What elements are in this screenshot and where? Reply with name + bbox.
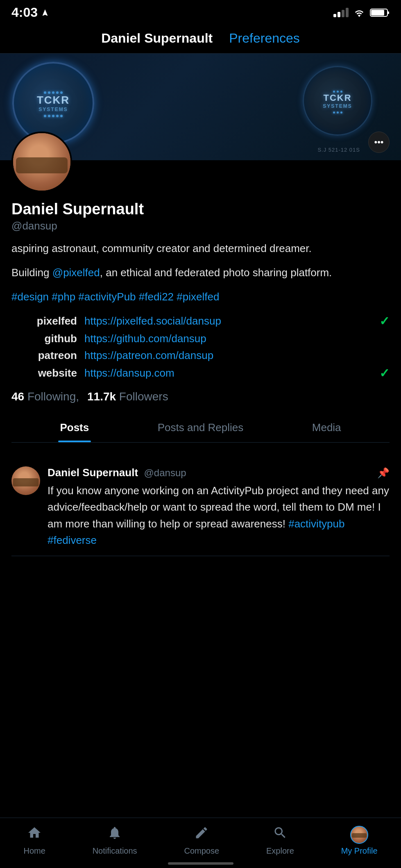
nav-compose[interactable]: Compose	[184, 825, 219, 856]
profile-name: Daniel Supernault	[11, 200, 144, 218]
notifications-icon	[107, 825, 122, 844]
nav-avatar	[350, 826, 368, 844]
my-profile-label: My Profile	[341, 846, 378, 856]
following-label: Following,	[27, 390, 79, 403]
avatar-container	[11, 132, 72, 192]
profile-name-row: Daniel Supernault @dansup	[11, 200, 390, 232]
post-author[interactable]: Daniel Supernault	[48, 466, 138, 479]
verified-check-pixelfed: ✓	[379, 314, 390, 328]
home-label: Home	[23, 846, 45, 856]
bottom-nav: Home Notifications Compose Explore My Pr…	[0, 818, 401, 868]
profile-links: pixelfed https://pixelfed.social/dansup …	[11, 314, 390, 380]
table-row: Daniel Supernault @dansup 📌 If you know …	[11, 459, 390, 556]
battery-icon	[370, 8, 390, 18]
followers-label: Followers	[119, 390, 168, 403]
profile-building: Building @pixelfed, an ethical and feder…	[11, 265, 390, 281]
profile-tabs: Posts Posts and Replies Media	[11, 413, 390, 443]
followers-count[interactable]: 11.7k	[87, 390, 116, 403]
verified-check-website: ✓	[379, 366, 390, 380]
following-count[interactable]: 46	[11, 390, 24, 403]
post-content: Daniel Supernault @dansup 📌 If you know …	[48, 466, 390, 548]
status-time: 4:03	[11, 5, 49, 20]
profile-section: Daniel Supernault @dansup aspiring astro…	[0, 160, 401, 451]
profile-page-title: Daniel Supernault	[101, 31, 213, 46]
tckr-badge-right: TCKR SYSTEMS	[303, 66, 376, 140]
status-bar: 4:03	[0, 0, 401, 23]
explore-label: Explore	[266, 846, 294, 856]
tab-posts[interactable]: Posts	[11, 413, 138, 442]
link-website: website https://dansup.com ✓	[11, 366, 390, 380]
notifications-label: Notifications	[93, 846, 137, 856]
link-github: github https://github.com/dansup	[11, 332, 390, 345]
link-pixelfed: pixelfed https://pixelfed.social/dansup …	[11, 314, 390, 328]
home-indicator	[168, 862, 233, 865]
profile-handle: @dansup	[11, 220, 144, 232]
post-avatar[interactable]	[11, 466, 40, 495]
link-patreon: patreon https://patreon.com/dansup	[11, 349, 390, 362]
pin-icon: 📌	[377, 467, 390, 479]
top-nav: Daniel Supernault Preferences	[0, 23, 401, 54]
home-icon	[27, 825, 42, 844]
svg-rect-2	[371, 10, 384, 16]
post-text: If you know anyone working on an Activit…	[48, 482, 390, 548]
compose-icon	[194, 825, 209, 844]
website-url[interactable]: https://dansup.com	[84, 367, 373, 379]
signal-icon	[333, 8, 349, 17]
nav-explore[interactable]: Explore	[266, 825, 294, 856]
patreon-url[interactable]: https://patreon.com/dansup	[84, 349, 390, 362]
tab-posts-replies[interactable]: Posts and Replies	[138, 413, 264, 442]
preferences-button[interactable]: Preferences	[229, 31, 300, 46]
more-options-button[interactable]: •••	[368, 132, 390, 153]
banner-serial: S.J 521-12 01S	[317, 147, 360, 153]
pixelfed-url[interactable]: https://pixelfed.social/dansup	[84, 315, 373, 327]
nav-my-profile[interactable]: My Profile	[341, 826, 378, 856]
avatar[interactable]	[11, 132, 72, 192]
nav-home[interactable]: Home	[23, 825, 45, 856]
posts-section: Daniel Supernault @dansup 📌 If you know …	[0, 451, 401, 564]
location-icon	[41, 9, 49, 17]
profile-bio: aspiring astronaut, community creator an…	[11, 241, 390, 257]
post-header: Daniel Supernault @dansup 📌	[48, 466, 390, 479]
explore-icon	[273, 825, 288, 844]
nav-notifications[interactable]: Notifications	[93, 825, 137, 856]
post-hashtag-2[interactable]: #fediverse	[48, 534, 97, 546]
follow-stats: 46 Following, 11.7k Followers	[11, 390, 390, 403]
github-url[interactable]: https://github.com/dansup	[84, 332, 390, 345]
profile-hashtags[interactable]: #design #php #activityPub #fedi22 #pixel…	[11, 289, 390, 305]
post-handle[interactable]: @dansup	[144, 467, 186, 478]
status-icons	[333, 8, 390, 18]
svg-rect-1	[387, 11, 389, 14]
post-hashtag-1[interactable]: #activitypub	[288, 518, 344, 530]
wifi-icon	[353, 8, 365, 17]
compose-label: Compose	[184, 846, 219, 856]
tab-media[interactable]: Media	[263, 413, 390, 442]
pixelfed-link[interactable]: @pixelfed	[52, 266, 100, 279]
time-display: 4:03	[11, 5, 38, 20]
